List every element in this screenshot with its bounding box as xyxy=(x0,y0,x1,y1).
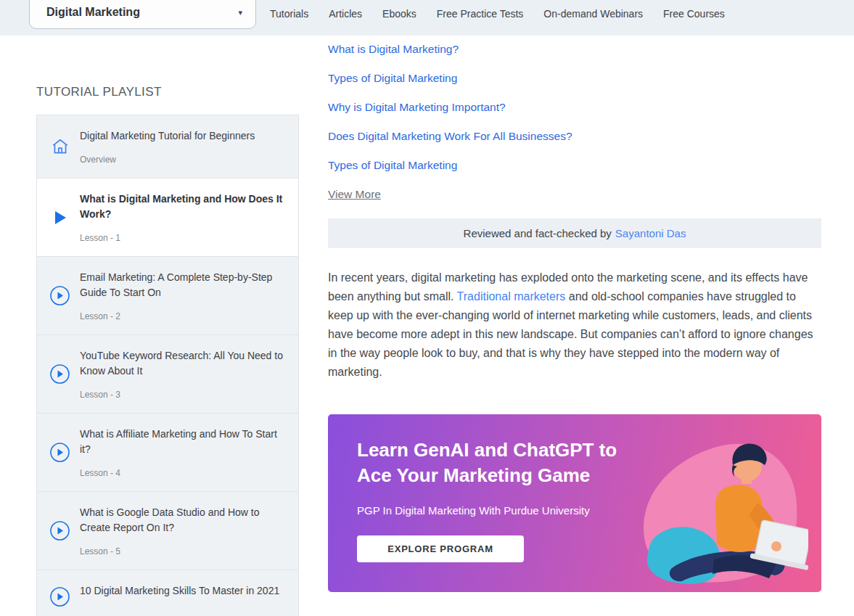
traditional-marketers-link[interactable]: Traditional marketers xyxy=(457,290,566,303)
toc-link-types-of-digital-marketing-2[interactable]: Types of Digital Marketing xyxy=(328,159,821,172)
category-dropdown-value: Digital Marketing xyxy=(46,6,140,19)
playlist-item-subtitle: Lesson - 1 xyxy=(80,233,284,243)
nav-item-free-practice-tests[interactable]: Free Practice Tests xyxy=(437,8,524,20)
playlist-item-title: Digital Marketing Tutorial for Beginners xyxy=(80,128,284,144)
playlist-item-subtitle: Lesson - 3 xyxy=(80,390,284,400)
toc-link-why-important[interactable]: Why is Digital Marketing Important? xyxy=(328,101,821,114)
play-circle-icon xyxy=(50,521,70,541)
nav-item-ebooks[interactable]: Ebooks xyxy=(382,8,416,20)
playlist-item-title: What is Digital Marketing and How Does I… xyxy=(80,192,284,222)
intro-paragraph: In recent years, digital marketing has e… xyxy=(328,268,821,382)
explore-program-button[interactable]: EXPLORE PROGRAM xyxy=(357,535,524,562)
reviewer-link[interactable]: Sayantoni Das xyxy=(615,227,686,239)
table-of-contents: What is Digital Marketing? Types of Digi… xyxy=(328,36,821,201)
playlist-item-subtitle: Lesson - 2 xyxy=(80,311,284,321)
play-circle-icon xyxy=(50,443,70,462)
playlist-item-subtitle: Overview xyxy=(80,155,284,165)
top-navbar: Digital Marketing ▾ Tutorials Articles E… xyxy=(0,0,854,36)
play-circle-icon xyxy=(50,286,70,305)
toc-link-what-is-digital-marketing[interactable]: What is Digital Marketing? xyxy=(328,43,821,56)
playlist-item-title: YouTube Keyword Research: All You Need t… xyxy=(80,348,284,379)
play-icon xyxy=(50,210,70,225)
playlist-item-title: 10 Digital Marketing Skills To Master in… xyxy=(80,583,284,599)
chevron-down-icon: ▾ xyxy=(238,8,242,17)
playlist-item-title: What is Google Data Studio and How to Cr… xyxy=(80,505,284,535)
playlist-item-lesson-2[interactable]: Email Marketing: A Complete Step-by-Step… xyxy=(37,257,298,335)
view-more-link[interactable]: View More xyxy=(328,188,381,201)
home-icon xyxy=(50,137,70,156)
article-body: In recent years, digital marketing has e… xyxy=(328,268,821,382)
article-content: What is Digital Marketing? Types of Digi… xyxy=(328,36,821,592)
playlist-item-title: Email Marketing: A Complete Step-by-Step… xyxy=(80,270,284,300)
reviewed-text: Reviewed and fact-checked by xyxy=(464,227,612,239)
promo-banner: Learn GenAI and ChatGPT to Ace Your Mark… xyxy=(328,414,821,592)
nav-item-tutorials[interactable]: Tutorials xyxy=(270,8,308,20)
playlist-heading: TUTORIAL PLAYLIST xyxy=(36,80,299,99)
toc-link-types-of-digital-marketing[interactable]: Types of Digital Marketing xyxy=(328,72,821,85)
nav-item-articles[interactable]: Articles xyxy=(329,8,362,20)
promo-title: Learn GenAI and ChatGPT to Ace Your Mark… xyxy=(357,438,644,488)
reviewed-banner: Reviewed and fact-checked by Sayantoni D… xyxy=(328,218,821,248)
playlist-item-title: What is Affiliate Marketing and How To S… xyxy=(80,427,284,457)
playlist-item-lesson-1[interactable]: What is Digital Marketing and How Does I… xyxy=(37,178,298,257)
playlist-item-lesson-4[interactable]: What is Affiliate Marketing and How To S… xyxy=(37,414,298,492)
toc-link-work-for-all-businesses[interactable]: Does Digital Marketing Work For All Busi… xyxy=(328,130,821,143)
paragraph-text: and old-school companies have struggled … xyxy=(328,290,813,378)
playlist-item-subtitle: Lesson - 4 xyxy=(80,468,284,478)
playlist-item-lesson-3[interactable]: YouTube Keyword Research: All You Need t… xyxy=(37,335,298,414)
promo-illustration xyxy=(627,436,808,592)
nav-item-free-courses[interactable]: Free Courses xyxy=(663,8,725,20)
play-circle-icon xyxy=(50,587,70,607)
nav-item-on-demand-webinars[interactable]: On-demand Webinars xyxy=(543,8,643,20)
playlist-item-overview[interactable]: Digital Marketing Tutorial for Beginners… xyxy=(37,115,298,178)
play-circle-icon xyxy=(50,364,70,384)
tutorial-playlist-sidebar: TUTORIAL PLAYLIST Digital Marketing Tuto… xyxy=(36,80,299,616)
navbar-links: Tutorials Articles Ebooks Free Practice … xyxy=(270,0,725,36)
playlist-item-lesson-5[interactable]: What is Google Data Studio and How to Cr… xyxy=(37,492,298,570)
playlist-item-subtitle: Lesson - 5 xyxy=(80,546,284,557)
category-dropdown[interactable]: Digital Marketing ▾ xyxy=(29,0,256,29)
playlist: Digital Marketing Tutorial for Beginners… xyxy=(36,115,299,616)
playlist-item-lesson-6[interactable]: 10 Digital Marketing Skills To Master in… xyxy=(37,570,298,616)
